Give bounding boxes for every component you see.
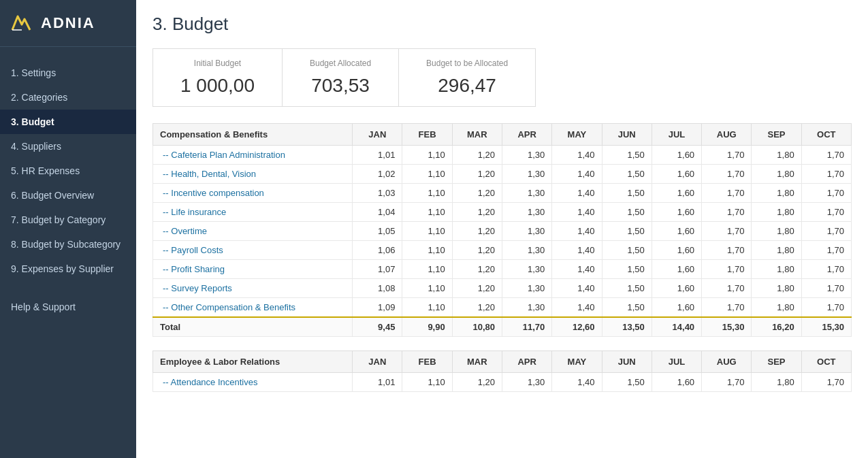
budget-allocated-label: Budget Allocated — [310, 59, 371, 68]
row-value: 1,60 — [652, 279, 701, 298]
row-value: 1,70 — [801, 298, 851, 318]
main-content: 3. Budget Initial Budget 1 000,00 Budget… — [136, 0, 868, 458]
row-value: 1,80 — [752, 260, 801, 279]
row-value: 1,60 — [652, 298, 701, 318]
row-value: 1,30 — [502, 298, 551, 318]
row-value: 1,70 — [801, 279, 851, 298]
row-value: 1,70 — [702, 203, 752, 222]
row-name: -- Survey Reports — [153, 279, 353, 298]
row-value: 1,40 — [552, 279, 602, 298]
row-value: 1,80 — [752, 279, 801, 298]
table-row: -- Life insurance1,041,101,201,301,401,5… — [153, 203, 852, 222]
table-row: -- Cafeteria Plan Administration1,011,10… — [153, 146, 852, 165]
row-value: 1,40 — [552, 165, 602, 184]
row-value: 1,60 — [652, 373, 701, 392]
sidebar-item-categories[interactable]: 2. Categories — [0, 85, 136, 110]
row-value: 1,30 — [502, 184, 551, 203]
table1-category-header: Compensation & Benefits — [153, 124, 353, 146]
sidebar-item-hr-expenses[interactable]: 5. HR Expenses — [0, 159, 136, 183]
row-value: 1,30 — [502, 203, 551, 222]
row-value: 1,10 — [402, 184, 452, 203]
col-sep: SEP — [752, 124, 801, 146]
total-value: 11,70 — [502, 317, 551, 337]
col2-jan: JAN — [353, 351, 402, 373]
col2-feb: FEB — [402, 351, 452, 373]
row-value: 1,20 — [452, 146, 502, 165]
budget-to-allocate-value: 296,47 — [426, 75, 508, 97]
row-value: 1,20 — [452, 241, 502, 260]
row-value: 1,04 — [353, 203, 402, 222]
row-value: 1,70 — [702, 279, 752, 298]
table-row: -- Payroll Costs1,061,101,201,301,401,50… — [153, 241, 852, 260]
logo-area: ADNIA — [0, 0, 136, 47]
sidebar: ADNIA 1. Settings 2. Categories 3. Budge… — [0, 0, 136, 458]
row-value: 1,20 — [452, 203, 502, 222]
row-value: 1,70 — [702, 222, 752, 241]
total-value: 15,30 — [801, 317, 851, 337]
row-value: 1,80 — [752, 373, 801, 392]
total-value: 9,90 — [402, 317, 452, 337]
row-value: 1,70 — [702, 373, 752, 392]
row-value: 1,10 — [402, 279, 452, 298]
table-row: -- Overtime1,051,101,201,301,401,501,601… — [153, 222, 852, 241]
sidebar-item-help-support[interactable]: Help & Support — [0, 295, 136, 319]
row-value: 1,40 — [552, 260, 602, 279]
sidebar-item-budget[interactable]: 3. Budget — [0, 110, 136, 134]
total-label: Total — [153, 317, 353, 337]
row-value: 1,70 — [702, 184, 752, 203]
row-value: 1,30 — [502, 260, 551, 279]
sidebar-item-expenses-by-supplier[interactable]: 9. Expenses by Supplier — [0, 257, 136, 281]
summary-card-allocated: Budget Allocated 703,53 — [283, 49, 399, 106]
row-value: 1,40 — [552, 222, 602, 241]
row-value: 1,50 — [602, 373, 652, 392]
table-row: -- Attendance Incentives1,011,101,201,30… — [153, 373, 852, 392]
row-value: 1,60 — [652, 146, 701, 165]
table-row: -- Other Compensation & Benefits1,091,10… — [153, 298, 852, 318]
sidebar-item-settings[interactable]: 1. Settings — [0, 61, 136, 85]
table-row: -- Profit Sharing1,071,101,201,301,401,5… — [153, 260, 852, 279]
row-value: 1,03 — [353, 184, 402, 203]
row-value: 1,30 — [502, 241, 551, 260]
sidebar-item-budget-by-category[interactable]: 7. Budget by Category — [0, 208, 136, 232]
row-name: -- Cafeteria Plan Administration — [153, 146, 353, 165]
row-value: 1,40 — [552, 184, 602, 203]
row-value: 1,20 — [452, 260, 502, 279]
total-value: 13,50 — [602, 317, 652, 337]
employee-labor-table: Employee & Labor Relations JAN FEB MAR A… — [152, 350, 852, 392]
logo-text: ADNIA — [41, 14, 95, 32]
row-value: 1,40 — [552, 146, 602, 165]
row-value: 1,40 — [552, 203, 602, 222]
row-value: 1,20 — [452, 279, 502, 298]
initial-budget-value: 1 000,00 — [180, 75, 255, 97]
row-value: 1,50 — [602, 241, 652, 260]
row-value: 1,10 — [402, 165, 452, 184]
sidebar-item-suppliers[interactable]: 4. Suppliers — [0, 134, 136, 159]
row-value: 1,70 — [801, 165, 851, 184]
row-value: 1,40 — [552, 373, 602, 392]
budget-to-allocate-label: Budget to be Allocated — [426, 59, 508, 68]
table-row: -- Health, Dental, Vision1,021,101,201,3… — [153, 165, 852, 184]
row-value: 1,70 — [801, 222, 851, 241]
total-value: 10,80 — [452, 317, 502, 337]
total-value: 15,30 — [702, 317, 752, 337]
col2-sep: SEP — [752, 351, 801, 373]
row-value: 1,20 — [452, 184, 502, 203]
sidebar-item-budget-overview[interactable]: 6. Budget Overview — [0, 183, 136, 208]
col2-aug: AUG — [702, 351, 752, 373]
page-title: 3. Budget — [152, 14, 852, 35]
row-value: 1,70 — [801, 146, 851, 165]
row-value: 1,30 — [502, 165, 551, 184]
total-value: 9,45 — [353, 317, 402, 337]
row-value: 1,50 — [602, 165, 652, 184]
col-apr: APR — [502, 124, 551, 146]
row-value: 1,20 — [452, 165, 502, 184]
row-value: 1,30 — [502, 373, 551, 392]
table2-category-header: Employee & Labor Relations — [153, 351, 353, 373]
row-value: 1,02 — [353, 165, 402, 184]
row-value: 1,10 — [402, 373, 452, 392]
row-value: 1,60 — [652, 165, 701, 184]
col2-may: MAY — [552, 351, 602, 373]
col-jun: JUN — [602, 124, 652, 146]
sidebar-item-budget-by-subcategory[interactable]: 8. Budget by Subcategory — [0, 232, 136, 257]
row-value: 1,05 — [353, 222, 402, 241]
